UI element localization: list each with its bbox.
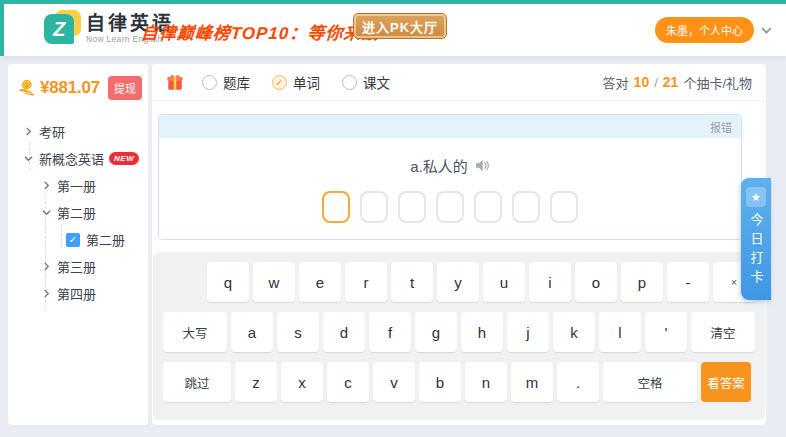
letter-slot[interactable] <box>360 191 388 223</box>
chevron-right-icon <box>22 126 34 138</box>
score-status: 答对 10 / 21 个抽卡/礼物 <box>603 73 752 92</box>
mode-label: 题库 <box>223 72 250 92</box>
key-f[interactable]: f <box>369 312 411 352</box>
key-h[interactable]: h <box>461 312 503 352</box>
new-badge: NEW <box>109 152 139 165</box>
key-a[interactable]: a <box>231 312 273 352</box>
key-w[interactable]: w <box>253 262 295 302</box>
key-l[interactable]: l <box>599 312 641 352</box>
main-panel: 题库 ✓ 单词 课文 答对 10 / 21 个抽卡/礼物 报错 <box>152 64 766 425</box>
course-tree: 考研 新概念英语 NEW 第一册 第二册 ✓ 第二册 第三册 <box>8 118 148 307</box>
speaker-icon[interactable] <box>475 159 490 172</box>
score-prefix: 答对 <box>603 73 629 92</box>
letter-slot-active[interactable] <box>322 191 350 223</box>
chevron-down-icon <box>40 207 52 219</box>
wallet-row: ¥881.07 提现 <box>8 64 148 106</box>
tree-item-label: 第四册 <box>57 284 96 303</box>
sidebar-item-book1[interactable]: 第一册 <box>8 172 148 199</box>
key-y[interactable]: y <box>437 262 479 302</box>
sidebar-item-xingainian[interactable]: 新概念英语 NEW <box>8 145 148 172</box>
star-icon: ★ <box>746 187 766 207</box>
key-c[interactable]: c <box>327 362 369 402</box>
key-d[interactable]: d <box>323 312 365 352</box>
tree-item-label: 第一册 <box>57 176 96 195</box>
chevron-right-icon <box>40 288 52 300</box>
radio-checked-icon: ✓ <box>272 75 287 90</box>
key-q[interactable]: q <box>207 262 249 302</box>
mode-toolbar: 题库 ✓ 单词 课文 答对 10 / 21 个抽卡/礼物 <box>152 64 766 101</box>
key-apostrophe[interactable]: ' <box>645 312 687 352</box>
letter-slot[interactable] <box>398 191 426 223</box>
key-caps[interactable]: 大写 <box>163 312 227 352</box>
key-k[interactable]: k <box>553 312 595 352</box>
score-correct: 10 <box>634 74 650 90</box>
gift-icon[interactable] <box>166 73 184 91</box>
report-error-link[interactable]: 报错 <box>710 122 732 134</box>
key-j[interactable]: j <box>507 312 549 352</box>
sidebar: ¥881.07 提现 考研 新概念英语 NEW 第一册 第二册 <box>8 64 148 425</box>
enter-pk-hall-button[interactable]: 进入PK大厅 <box>353 13 447 39</box>
chevron-down-icon[interactable] <box>761 27 772 34</box>
show-answer-button[interactable]: 看答案 <box>701 362 751 402</box>
key-x[interactable]: x <box>281 362 323 402</box>
key-z[interactable]: z <box>235 362 277 402</box>
virtual-keyboard: q w e r t y u i o p - × 大写 a s d f g h <box>153 252 765 420</box>
letter-slot[interactable] <box>436 191 464 223</box>
question-card-header: 报错 <box>159 115 741 138</box>
coin-hand-icon <box>16 78 36 98</box>
key-hyphen[interactable]: - <box>667 262 709 302</box>
key-space[interactable]: 空格 <box>603 362 697 402</box>
key-v[interactable]: v <box>373 362 415 402</box>
mode-label: 单词 <box>293 72 320 92</box>
app-header: Z 自律英语 Now Learn English 自律巅峰榜TOP10：等你来战… <box>0 0 786 56</box>
chevron-down-icon <box>22 153 34 165</box>
checkbox-checked-icon[interactable]: ✓ <box>66 233 80 247</box>
daily-checkin-label: 今日打卡 <box>747 213 766 289</box>
key-t[interactable]: t <box>391 262 433 302</box>
tree-item-label: 第二册 <box>86 230 125 249</box>
key-g[interactable]: g <box>415 312 457 352</box>
sidebar-item-book3[interactable]: 第三册 <box>8 253 148 280</box>
key-o[interactable]: o <box>575 262 617 302</box>
mode-radio-danci[interactable]: ✓ 单词 <box>272 72 320 92</box>
word-prompt: a.私人的 <box>410 155 468 176</box>
key-b[interactable]: b <box>419 362 461 402</box>
daily-checkin-tab[interactable]: ★ 今日打卡 <box>741 178 771 300</box>
key-p[interactable]: p <box>621 262 663 302</box>
key-skip[interactable]: 跳过 <box>163 362 231 402</box>
key-n[interactable]: n <box>465 362 507 402</box>
key-period[interactable]: . <box>557 362 599 402</box>
key-clear[interactable]: 清空 <box>691 312 755 352</box>
mode-radio-kewen[interactable]: 课文 <box>342 72 390 92</box>
sidebar-item-book4[interactable]: 第四册 <box>8 280 148 307</box>
sidebar-item-book2[interactable]: 第二册 <box>8 199 148 226</box>
letter-slot[interactable] <box>512 191 540 223</box>
key-m[interactable]: m <box>511 362 553 402</box>
score-separator: / <box>654 75 658 90</box>
logo-letter: Z <box>44 14 74 44</box>
key-u[interactable]: u <box>483 262 525 302</box>
keyboard-row-3: 跳过 z x c v b n m . 空格 看答案 <box>153 362 765 402</box>
sidebar-item-book2-child[interactable]: ✓ 第二册 <box>8 226 148 253</box>
letter-slot[interactable] <box>550 191 578 223</box>
user-profile-button[interactable]: 朱墨，个人中心 <box>655 17 754 43</box>
keyboard-row-1: q w e r t y u i o p - × <box>153 262 765 302</box>
balance-amount: ¥881.07 <box>40 78 100 98</box>
mode-radio-tiku[interactable]: 题库 <box>202 72 250 92</box>
chevron-right-icon <box>40 180 52 192</box>
radio-circle-icon <box>342 75 357 90</box>
chevron-right-icon <box>40 261 52 273</box>
letter-slot[interactable] <box>474 191 502 223</box>
withdraw-button[interactable]: 提现 <box>108 76 142 100</box>
tree-item-label: 考研 <box>39 122 65 141</box>
key-r[interactable]: r <box>345 262 387 302</box>
key-s[interactable]: s <box>277 312 319 352</box>
tree-item-label: 第三册 <box>57 257 96 276</box>
question-card: 报错 a.私人的 <box>158 114 742 240</box>
app-window: Z 自律英语 Now Learn English 自律巅峰榜TOP10：等你来战… <box>0 0 786 437</box>
key-e[interactable]: e <box>299 262 341 302</box>
key-i[interactable]: i <box>529 262 571 302</box>
sidebar-item-kaoyan[interactable]: 考研 <box>8 118 148 145</box>
promo-banner-text: 自律巅峰榜TOP10：等你来战! <box>140 24 387 43</box>
radio-circle-icon <box>202 75 217 90</box>
